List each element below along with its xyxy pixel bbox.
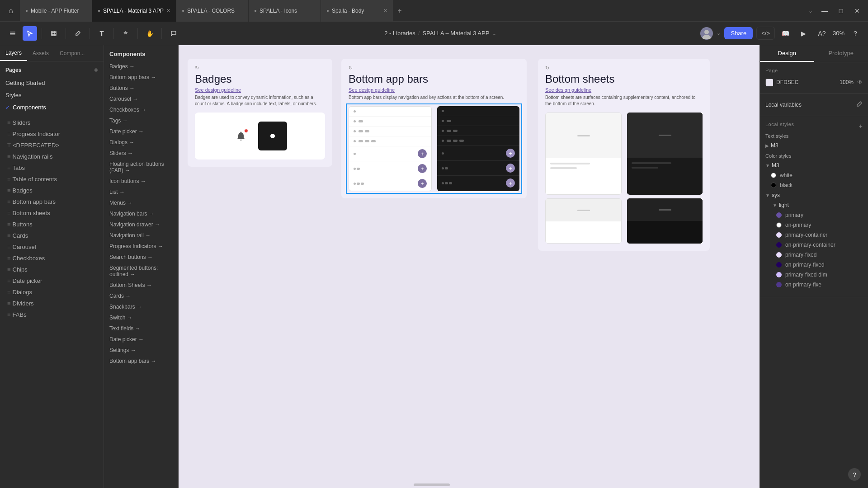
fab-dark[interactable]: +	[506, 178, 515, 188]
comp-item-fabs[interactable]: Floating action buttons (FAB) →	[104, 159, 178, 176]
nav-dividers[interactable]: ≡ Dividers	[0, 298, 104, 309]
tab-icons[interactable]: ● SPALLA - Icons	[249, 0, 321, 22]
design-tab[interactable]: Design	[760, 45, 814, 62]
primary-color-item[interactable]: primary	[765, 210, 863, 220]
comp-item-search[interactable]: Search buttons →	[104, 252, 178, 263]
primary-container-item[interactable]: primary-container	[765, 230, 863, 240]
page-visibility-icon[interactable]: 👁	[857, 79, 863, 85]
tab-material3[interactable]: ● SPALLA - Material 3 APP ✕	[92, 0, 176, 22]
fab-dark[interactable]: +	[506, 149, 515, 158]
on-primary-fixed-item[interactable]: on-primary-fixed	[765, 260, 863, 270]
comp-item-checkboxes[interactable]: Checkboxes →	[104, 104, 178, 115]
comp-item-switch[interactable]: Switch →	[104, 312, 178, 323]
maximize-button[interactable]: □	[834, 4, 848, 18]
badges-see-guideline[interactable]: See design guideline	[188, 87, 332, 94]
comp-item-buttons[interactable]: Buttons →	[104, 83, 178, 94]
comment-tool[interactable]	[166, 26, 181, 41]
comp-item-bottom-app-bars2[interactable]: Bottom app bars →	[104, 356, 178, 366]
tab-overflow-button[interactable]: ⌄	[806, 8, 816, 14]
tab-colors[interactable]: ● SPALLA - COLORS	[176, 0, 249, 22]
fab-button[interactable]: +	[418, 164, 427, 173]
book-icon[interactable]: 📖	[778, 26, 793, 41]
comp-item-nav-bars[interactable]: Navigation bars →	[104, 208, 178, 219]
comp-item-badges[interactable]: Badges →	[104, 61, 178, 72]
comp-item-cards[interactable]: Cards →	[104, 291, 178, 301]
comp-item-carousel[interactable]: Carousel →	[104, 94, 178, 104]
close-window-button[interactable]: ✕	[850, 4, 864, 18]
light-subgroup-header[interactable]: ▼ light	[765, 200, 863, 210]
help-button[interactable]: ?	[848, 468, 861, 481]
nav-chips[interactable]: ≡ Chips	[0, 264, 104, 275]
bottom-app-bars-guideline[interactable]: See design guideline	[341, 87, 527, 94]
nav-toc[interactable]: ≡ Table of contents	[0, 174, 104, 185]
zoom-level[interactable]: 30%	[833, 30, 844, 37]
comp-item-settings[interactable]: Settings →	[104, 345, 178, 356]
nav-bottom-app-bars[interactable]: ≡ Bottom app bars	[0, 196, 104, 207]
nav-carousel[interactable]: ≡ Carousel	[0, 241, 104, 253]
page-item-getting-started[interactable]: Getting Started	[0, 77, 104, 89]
sys-color-group-header[interactable]: ▼ sys	[765, 190, 863, 200]
nav-sliders[interactable]: ≡ Sliders	[0, 117, 104, 128]
share-button[interactable]: Share	[724, 27, 753, 39]
nav-badges[interactable]: ≡ Badges	[0, 185, 104, 196]
primary-fixed-item[interactable]: primary-fixed	[765, 250, 863, 260]
on-primary-color-item[interactable]: on-primary	[765, 220, 863, 230]
comp-item-menus[interactable]: Menus →	[104, 197, 178, 208]
nav-bottom-sheets[interactable]: ≡ Bottom sheets	[0, 207, 104, 219]
comp-item-text-fields[interactable]: Text fields →	[104, 323, 178, 334]
help-icon[interactable]: ?	[848, 26, 863, 41]
home-icon[interactable]: ⌂	[4, 4, 18, 18]
comp-item-bottom-sheets[interactable]: Bottom Sheets →	[104, 280, 178, 291]
nav-fabs[interactable]: ≡ FABs	[0, 309, 104, 320]
white-color-item[interactable]: white	[765, 170, 863, 180]
comp-item-list[interactable]: List →	[104, 187, 178, 197]
comp-item-tags[interactable]: Tags →	[104, 115, 178, 126]
comp-item-date-picker[interactable]: Date picker →	[104, 126, 178, 137]
on-primary-container-item[interactable]: on-primary-container	[765, 240, 863, 250]
page-item-styles[interactable]: Styles	[0, 89, 104, 101]
comp-item-date-picker2[interactable]: Date picker →	[104, 334, 178, 345]
comp-item-bottom-app-bars[interactable]: Bottom app bars →	[104, 72, 178, 83]
comp-item-snackbars[interactable]: Snackbars →	[104, 301, 178, 312]
layers-tab[interactable]: Layers	[0, 45, 27, 61]
tab-close-icon[interactable]: ✕	[166, 8, 170, 14]
comp-item-sliders[interactable]: Sliders →	[104, 148, 178, 159]
black-color-item[interactable]: black	[765, 180, 863, 190]
comp-item-icon-buttons[interactable]: Icon buttons →	[104, 176, 178, 187]
comp-item-nav-drawer[interactable]: Navigation drawer →	[104, 219, 178, 230]
primary-fixed-dim-item[interactable]: primary-fixed-dim	[765, 270, 863, 280]
tab-mobile-app[interactable]: ● Mobile - APP Flutter	[20, 0, 92, 22]
on-primary-fixed-e-item[interactable]: on-primary-fixe	[765, 280, 863, 290]
breadcrumb-chevron[interactable]: ⌄	[492, 30, 497, 37]
nav-buttons[interactable]: ≡ Buttons	[0, 219, 104, 230]
comp-item-progress[interactable]: Progress Indicators →	[104, 241, 178, 252]
frame-tool[interactable]	[47, 26, 61, 41]
nav-cards[interactable]: ≡ Cards	[0, 230, 104, 241]
local-styles-add-icon[interactable]: +	[859, 122, 863, 130]
page-item-components[interactable]: ✓ Components	[0, 101, 104, 113]
components-tab[interactable]: Compon...	[54, 45, 90, 61]
select-tool[interactable]	[23, 26, 37, 41]
minimize-button[interactable]: —	[817, 4, 832, 18]
fab-button[interactable]: +	[418, 179, 427, 188]
tab-body[interactable]: ● Spalla - Body ✕	[321, 0, 393, 22]
nav-dialogs[interactable]: ≡ Dialogs	[0, 286, 104, 298]
prototype-tab[interactable]: Prototype	[814, 45, 868, 62]
text-tool[interactable]: T	[94, 26, 109, 41]
comp-item-dialogs[interactable]: Dialogs →	[104, 137, 178, 148]
components-tool[interactable]	[118, 26, 133, 41]
fab-dark[interactable]: +	[506, 164, 515, 173]
comp-item-segmented[interactable]: Segmented buttons: outlined →	[104, 263, 178, 280]
accessibility-icon[interactable]: A?	[815, 26, 829, 41]
avatar[interactable]	[700, 27, 713, 40]
m3-text-style-group[interactable]: ▶ M3	[765, 141, 863, 150]
nav-checkboxes[interactable]: ≡ Checkboxes	[0, 253, 104, 264]
nav-date-picker[interactable]: ≡ Date picker	[0, 275, 104, 286]
pen-tool[interactable]	[71, 26, 85, 41]
code-button[interactable]: </>	[756, 27, 775, 40]
avatar-chevron[interactable]: ⌄	[717, 30, 721, 36]
page-color-swatch[interactable]	[765, 79, 773, 86]
bottom-sheets-guideline[interactable]: See design guideline	[538, 87, 710, 94]
hand-tool[interactable]: ✋	[142, 26, 157, 41]
menu-button[interactable]	[5, 26, 20, 41]
